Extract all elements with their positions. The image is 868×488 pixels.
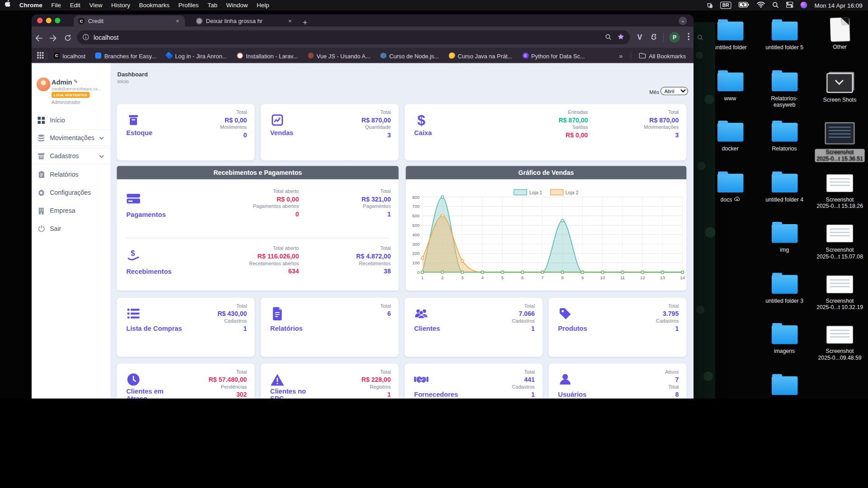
close-tab-icon[interactable]: × bbox=[175, 18, 180, 24]
address-bar[interactable]: localhost bbox=[77, 30, 630, 44]
siri-icon[interactable] bbox=[801, 1, 807, 9]
card-lista-compras[interactable]: Lista de Compras TotalR$ 430,00 Cadastro… bbox=[117, 298, 255, 357]
icloud-download-icon bbox=[734, 197, 740, 202]
database-icon bbox=[37, 134, 45, 142]
user-name: Admin bbox=[52, 79, 72, 86]
close-window-button[interactable] bbox=[37, 18, 42, 23]
search-tabs-icon[interactable] bbox=[605, 33, 612, 41]
status-app-icon[interactable]: ! bbox=[706, 1, 713, 9]
card-clientes[interactable]: Clientes Total7.066 Cadastros1 bbox=[405, 298, 542, 357]
folder-icon bbox=[771, 123, 797, 142]
bookmark-star-icon[interactable] bbox=[618, 33, 625, 41]
input-source-badge[interactable]: BR bbox=[720, 2, 731, 9]
all-bookmarks-button[interactable]: All Bookmarks bbox=[639, 52, 686, 59]
menu-bookmarks[interactable]: Bookmarks bbox=[135, 0, 174, 10]
desktop-icon-screenshot-151826[interactable]: Screenshot2025-0...t 15.18.26 bbox=[814, 171, 865, 210]
apps-grid-icon[interactable] bbox=[37, 52, 44, 59]
card-caixa[interactable]: $ Caixa EntradasR$ 870,00 SaídasR$ 0,00 … bbox=[405, 104, 686, 160]
bookmark-laravel[interactable]: Installation - Larav... bbox=[237, 52, 297, 59]
menu-window[interactable]: Window bbox=[222, 0, 252, 10]
sidebar-item-relatorios[interactable]: Relatórios bbox=[32, 166, 111, 183]
profile-avatar[interactable]: P bbox=[669, 32, 679, 42]
desktop-icon-screenshot-094859[interactable]: Screenshot2025-0...09.48.59 bbox=[814, 323, 865, 361]
forward-icon[interactable] bbox=[46, 33, 61, 42]
back-icon[interactable] bbox=[32, 33, 46, 42]
gear-icon bbox=[37, 188, 45, 197]
desktop-icon-untitled-folder-5[interactable]: untitled folder 5 bbox=[759, 19, 810, 51]
tab-deixar-linha[interactable]: Deixar linha grossa hr × bbox=[192, 15, 297, 26]
tab-credit[interactable]: C Credit × bbox=[74, 15, 185, 26]
sidebar-item-inicio[interactable]: Início bbox=[32, 112, 111, 128]
sidebar-item-empresa[interactable]: Empresa bbox=[32, 202, 111, 219]
menu-dots-icon[interactable] bbox=[688, 33, 690, 42]
menu-history[interactable]: History bbox=[107, 0, 135, 10]
recebimentos-row[interactable]: $ Recebimentos Total abertoR$ 116.026,00… bbox=[117, 236, 398, 295]
card-usuarios[interactable]: Usuários Ativos7 Total8 bbox=[548, 363, 686, 399]
spotlight-icon[interactable] bbox=[772, 1, 779, 9]
card-produtos[interactable]: Produtos Total3.795 Cadastros1 bbox=[548, 298, 686, 357]
bookmarks-overflow-chevrons[interactable]: » bbox=[619, 52, 623, 59]
wifi-icon[interactable] bbox=[757, 2, 765, 9]
sidebar-item-configuracoes[interactable]: Configurações bbox=[32, 184, 111, 201]
menu-edit[interactable]: Edit bbox=[66, 0, 85, 10]
card-estoque[interactable]: Estoque TotalR$ 0,00 Movimentos0 bbox=[117, 104, 255, 160]
apple-menu-icon[interactable] bbox=[0, 0, 15, 10]
card-clientes-no-spc[interactable]: Clientes noSPC TotalR$ 228,00 Registros1 bbox=[261, 363, 399, 399]
reload-icon[interactable] bbox=[60, 33, 75, 42]
battery-icon[interactable] bbox=[739, 2, 750, 9]
desktop-icon-other[interactable]: Other bbox=[814, 18, 865, 50]
sidebar-item-movimentacoes[interactable]: Movimentações bbox=[32, 130, 111, 146]
desktop-icon-untitled-folder-2[interactable]: untitled folder 2 bbox=[759, 374, 810, 399]
close-tab-icon[interactable]: × bbox=[287, 18, 293, 24]
sidebar-item-cadastros[interactable]: Cadastros bbox=[32, 148, 111, 164]
menu-help[interactable]: Help bbox=[252, 0, 274, 10]
bookmark-nodejs[interactable]: Curso de Node.js... bbox=[380, 52, 439, 59]
desktop-icon-screen-shots[interactable]: Screen Shots bbox=[814, 70, 865, 103]
bookmark-python[interactable]: 0Python for Data Sc... bbox=[522, 52, 585, 59]
month-select[interactable]: Abril bbox=[660, 87, 688, 95]
desktop-icon-screenshot-103219[interactable]: Screenshot2025-0...t 10.32.19 bbox=[814, 272, 865, 311]
desktop-icon-screenshot-153651[interactable]: Screenshot2025-0...t 15.36.51 bbox=[814, 119, 865, 162]
bookmark-localhost[interactable]: Clocalhost bbox=[54, 52, 85, 59]
user-avatar[interactable] bbox=[37, 77, 51, 91]
bookmark-jira[interactable]: Log in - Jira Anron... bbox=[166, 52, 227, 59]
desktop-icon-img[interactable]: img bbox=[759, 221, 810, 253]
card-relatorios[interactable]: Relatórios Total6 bbox=[261, 298, 399, 357]
bookmark-vuejs[interactable]: Vue JS - Usando A... bbox=[308, 52, 370, 59]
control-center-icon[interactable] bbox=[786, 2, 793, 9]
tab-search-chevron-icon[interactable]: ⌄ bbox=[679, 17, 687, 25]
card-fornecedores[interactable]: Fornecedores Total441 Cadastros1 bbox=[405, 363, 542, 399]
extensions-puzzle-icon[interactable] bbox=[650, 33, 658, 42]
menu-app-name[interactable]: Chrome bbox=[15, 0, 47, 10]
dollar-icon: $ bbox=[414, 113, 429, 127]
site-info-icon[interactable] bbox=[82, 33, 89, 41]
folder-icon bbox=[717, 22, 743, 41]
bookmark-branches[interactable]: Branches for Easy... bbox=[95, 52, 156, 59]
maximize-window-button[interactable] bbox=[55, 18, 60, 23]
menu-profiles[interactable]: Profiles bbox=[174, 0, 203, 10]
menu-tab[interactable]: Tab bbox=[203, 0, 222, 10]
svg-text:200: 200 bbox=[412, 251, 420, 256]
edit-profile-icon[interactable]: ✎ bbox=[74, 79, 78, 84]
desktop-icon-relatorios[interactable]: Relatorios bbox=[759, 120, 810, 152]
pagamentos-row[interactable]: Pagamentos Total abertoR$ 0,00 Pagamento… bbox=[117, 179, 398, 238]
desktop-icon-relatorios-easyweb[interactable]: Relatorios-easyweb bbox=[759, 70, 810, 108]
menu-view[interactable]: View bbox=[85, 0, 107, 10]
tab-favicon: C bbox=[78, 18, 85, 24]
desktop-icon-imagens[interactable]: imagens bbox=[759, 323, 810, 355]
svg-text:!: ! bbox=[711, 5, 712, 8]
desktop-icon-untitled-folder-4[interactable]: untitled folder 4 bbox=[759, 171, 810, 203]
minimize-window-button[interactable] bbox=[46, 18, 52, 23]
desktop-icon-screenshot-150708[interactable]: Screenshot2025-0...t 15.07.08 bbox=[814, 221, 865, 260]
bookmark-java[interactable]: Curso Java na Prát... bbox=[449, 52, 512, 59]
menu-clock[interactable]: Mon 14 Apr 16:09 bbox=[814, 2, 862, 9]
menu-file[interactable]: File bbox=[47, 0, 66, 10]
new-tab-button[interactable]: + bbox=[303, 18, 307, 27]
sidebar-item-sair[interactable]: Sair bbox=[32, 220, 111, 237]
extension-v-icon[interactable]: V bbox=[637, 33, 642, 41]
chrome-window: C Credit × Deixar linha grossa hr × + ⌄ … bbox=[32, 14, 693, 399]
card-vendas[interactable]: Vendas TotalR$ 870,00 Quantidade3 bbox=[261, 104, 399, 160]
desktop-icon-untitled-folder-3[interactable]: untitled folder 3 bbox=[759, 272, 810, 304]
card-clientes-em-atraso[interactable]: Clientes emAtraso TotalR$ 57.480,00 Pend… bbox=[117, 363, 255, 399]
background-window-whatsapp bbox=[693, 22, 715, 399]
